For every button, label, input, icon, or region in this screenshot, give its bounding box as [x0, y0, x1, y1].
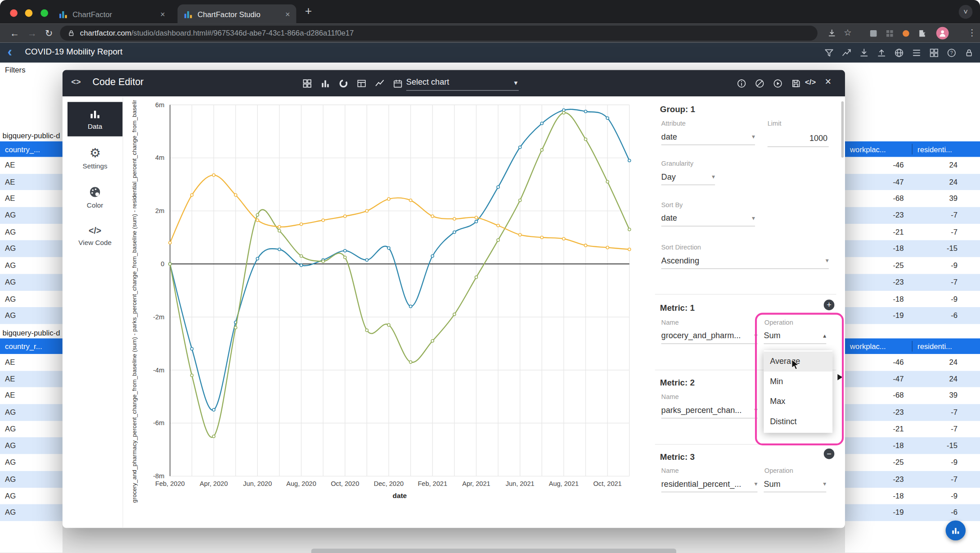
window-minimize-button[interactable] [25, 9, 33, 17]
table-row[interactable]: AG [0, 274, 63, 290]
sort-by-select[interactable]: date ▾ [661, 210, 755, 227]
table-row[interactable]: -23-7 [845, 274, 980, 290]
grid-layout-icon[interactable] [927, 47, 940, 58]
upload-icon[interactable] [875, 47, 888, 58]
table-row[interactable]: AG [0, 307, 63, 324]
reload-icon[interactable]: ↻ [45, 24, 53, 43]
column-header-residential[interactable]: residenti... [913, 145, 980, 154]
table-row[interactable]: AG [0, 504, 63, 521]
table-header[interactable]: country_r... [0, 338, 63, 354]
operation-option-min[interactable]: Min [764, 372, 832, 391]
profile-avatar[interactable] [936, 27, 949, 40]
column-header-workplaces[interactable]: workplac... [845, 342, 912, 350]
sidebar-item-settings[interactable]: ⚙ Settings [67, 141, 122, 175]
table-row[interactable]: -23-7 [845, 404, 980, 421]
table-row[interactable]: AE [0, 387, 63, 404]
chart-type-grid-icon[interactable] [300, 77, 314, 90]
table-row[interactable]: AG [0, 421, 63, 437]
table-row[interactable]: AG [0, 488, 63, 504]
table-row[interactable]: -4724 [845, 371, 980, 387]
table-row[interactable]: -4624 [845, 157, 980, 174]
metric1-operation-select[interactable]: Sum ▴ [764, 328, 826, 344]
tab-close-icon[interactable]: × [160, 9, 165, 19]
table-row[interactable]: -23-7 [845, 471, 980, 488]
table-row[interactable]: -18-9 [845, 488, 980, 504]
table-row[interactable]: AE [0, 371, 63, 387]
table-row[interactable]: -23-7 [845, 207, 980, 224]
table-row[interactable]: AG [0, 207, 63, 224]
download-icon[interactable] [858, 47, 870, 58]
list-icon[interactable] [910, 47, 922, 58]
table-row[interactable]: AG [0, 438, 63, 454]
extension-icon-2[interactable] [885, 29, 895, 38]
column-header-country[interactable]: country_... [0, 145, 63, 154]
extension-icon-1[interactable] [869, 29, 878, 38]
table-row[interactable]: -6839 [845, 387, 980, 404]
remove-metric-button[interactable]: − [824, 449, 835, 459]
table-row[interactable]: -18-9 [845, 290, 980, 307]
back-chevron-button[interactable]: ‹ [8, 44, 12, 60]
table-row[interactable]: -6839 [845, 190, 980, 207]
globe-icon[interactable] [893, 47, 905, 58]
table-row[interactable]: -4724 [845, 174, 980, 190]
operation-option-distinct[interactable]: Distinct [764, 412, 832, 431]
tab-close-icon[interactable]: × [285, 9, 290, 19]
panel-expand-arrow-icon[interactable] [837, 374, 842, 381]
column-header-workplaces[interactable]: workplac... [845, 145, 912, 154]
sidebar-item-data[interactable]: Data [67, 102, 122, 136]
chart-type-line-icon[interactable] [373, 77, 387, 90]
select-chart-dropdown[interactable]: Select chart ▾ [406, 74, 519, 91]
window-zoom-button[interactable] [40, 9, 48, 17]
table-row[interactable]: AE [0, 190, 63, 207]
chart-trend-icon[interactable] [840, 47, 853, 58]
table-row[interactable]: -18-15 [845, 240, 980, 257]
table-row[interactable]: AG [0, 454, 63, 471]
add-metric-button[interactable]: + [824, 299, 835, 310]
table-header[interactable]: country_... [0, 141, 63, 157]
granularity-select[interactable]: Day ▾ [661, 169, 715, 185]
metric3-name-select[interactable]: residential_percent_... ▾ [661, 476, 758, 492]
extension-icon-3[interactable] [901, 29, 911, 38]
table-row[interactable]: -4624 [845, 354, 980, 371]
forward-icon[interactable]: → [27, 24, 37, 43]
table-row[interactable]: -19-6 [845, 504, 980, 521]
sidebar-item-color[interactable]: Color [67, 180, 122, 214]
table-row[interactable]: -18-15 [845, 438, 980, 454]
table-row[interactable]: -21-7 [845, 224, 980, 240]
column-header-residential[interactable]: residenti... [913, 342, 980, 350]
table-header[interactable]: workplac... residenti... [845, 338, 980, 354]
chart-type-bar-icon[interactable] [318, 77, 332, 90]
window-close-button[interactable] [10, 9, 18, 17]
disable-interactions-icon[interactable] [752, 77, 766, 90]
info-icon[interactable] [734, 77, 748, 90]
metric2-name-select[interactable]: parks_percent_chan... ▾ [661, 402, 758, 418]
table-row[interactable]: AE [0, 354, 63, 371]
table-row[interactable]: AG [0, 471, 63, 488]
extensions-puzzle-icon[interactable] [917, 29, 927, 38]
metric3-operation-select[interactable]: Sum ▾ [764, 476, 826, 492]
browser-tab-chartfactor-studio[interactable]: ChartFactor Studio × [177, 5, 296, 24]
attribute-select[interactable]: date ▾ [661, 129, 755, 145]
help-icon[interactable]: ? [945, 47, 958, 58]
chart-fab-button[interactable] [946, 521, 966, 540]
chart-type-donut-icon[interactable] [336, 77, 350, 90]
tab-search-button[interactable]: ˅ [959, 5, 973, 19]
run-play-icon[interactable] [771, 77, 785, 90]
filter-icon[interactable] [823, 47, 835, 58]
sidebar-item-view-code[interactable]: </> View Code [67, 219, 122, 253]
bookmark-star-icon[interactable]: ☆ [844, 27, 851, 37]
view-code-icon[interactable]: </> [805, 77, 819, 90]
table-row[interactable]: -21-7 [845, 421, 980, 437]
chart-type-table-icon[interactable] [355, 77, 369, 90]
table-header[interactable]: workplac... residenti... [845, 141, 980, 157]
browser-menu-icon[interactable]: ⋮ [967, 27, 976, 37]
table-row[interactable]: AG [0, 404, 63, 421]
table-row[interactable]: AE [0, 157, 63, 174]
table-row[interactable]: -25-9 [845, 257, 980, 274]
close-icon[interactable]: × [825, 76, 839, 88]
table-row[interactable]: -25-9 [845, 454, 980, 471]
table-row[interactable]: AG [0, 240, 63, 257]
install-app-icon[interactable] [826, 28, 837, 38]
table-row[interactable]: AG [0, 290, 63, 307]
table-row[interactable]: AE [0, 174, 63, 190]
